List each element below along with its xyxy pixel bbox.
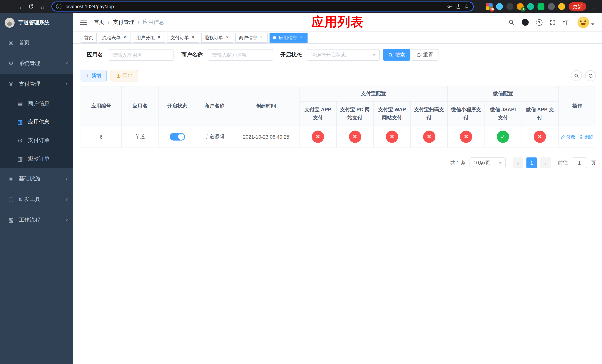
- sidebar-item-label: 退款订单: [28, 156, 49, 162]
- close-tab-icon[interactable]: ×: [122, 35, 128, 40]
- user-avatar-menu[interactable]: [577, 16, 594, 28]
- sidebar-item-devtools[interactable]: ▢ 研发工具 ∨: [0, 189, 73, 210]
- sidebar-item-system[interactable]: ⚙ 系统管理 ∨: [0, 53, 73, 74]
- search-button[interactable]: 搜索: [383, 49, 410, 61]
- status-icon: ×: [423, 130, 435, 143]
- extension-icon[interactable]: 1: [517, 3, 524, 10]
- sidebar-item-app-info[interactable]: ▦ 应用信息: [0, 113, 73, 131]
- add-button[interactable]: + 新增: [81, 70, 107, 81]
- github-icon[interactable]: [522, 19, 528, 26]
- goto-page-input[interactable]: [572, 157, 587, 168]
- search-icon[interactable]: [508, 19, 514, 25]
- avatar: [577, 16, 589, 28]
- cell-config: ×: [447, 126, 485, 147]
- extension-icon[interactable]: 10: [486, 3, 493, 10]
- status-icon: ×: [460, 130, 472, 143]
- address-bar[interactable]: i localhost:1024/pay/app ☆: [52, 1, 474, 11]
- col-header-status: 开启状态: [159, 86, 196, 126]
- font-size-icon[interactable]: TT: [563, 19, 569, 26]
- sidebar-item-label: 研发工具: [19, 196, 40, 203]
- page-size-select[interactable]: 10条/页: [470, 157, 506, 168]
- toggle-search-button[interactable]: [571, 70, 582, 81]
- browser-menu-icon[interactable]: ⋮: [590, 3, 598, 10]
- tab-pay-order[interactable]: 支付订单×: [167, 32, 199, 43]
- next-page-button[interactable]: ›: [540, 157, 551, 168]
- site-info-icon[interactable]: i: [56, 4, 62, 9]
- status-icon: ×: [534, 130, 546, 143]
- fullscreen-icon[interactable]: [550, 20, 555, 25]
- sub-header: 支付宝扫码支付: [411, 102, 447, 126]
- share-icon[interactable]: [456, 4, 461, 9]
- extension-icon[interactable]: [527, 3, 534, 10]
- bookmark-star-icon[interactable]: ☆: [464, 3, 469, 10]
- sidebar-logo[interactable]: 芋道管理系统: [0, 13, 73, 32]
- extension-icon[interactable]: [506, 3, 513, 10]
- sub-header: 支付宝 WAP 网站支付: [373, 102, 411, 126]
- app-title: 芋道管理系统: [19, 19, 50, 26]
- tab-process-form[interactable]: 流程表单×: [99, 32, 131, 43]
- export-button[interactable]: 导出: [110, 70, 138, 81]
- prev-page-button[interactable]: ‹: [513, 157, 523, 168]
- status-icon: ×: [349, 130, 361, 143]
- breadcrumb-item[interactable]: 支付管理: [113, 19, 134, 26]
- tags-view: 首页 流程表单× 用户分组× 支付订单× 退款订单× 商户信息× 应用信息×: [73, 32, 602, 44]
- extension-icon[interactable]: [548, 3, 555, 10]
- tab-home[interactable]: 首页: [81, 32, 97, 43]
- sidebar-item-merchant-info[interactable]: ▤ 商户信息: [0, 95, 73, 113]
- refresh-table-button[interactable]: [585, 70, 596, 81]
- hamburger-icon[interactable]: [79, 18, 88, 26]
- page-title: 应用列表: [311, 14, 364, 31]
- delete-button[interactable]: 删除: [579, 133, 594, 140]
- col-header-created: 创建时间: [233, 86, 299, 126]
- group-header-wechat: 微信配置: [447, 86, 558, 102]
- sidebar-item-refund-order[interactable]: ▥ 退款订单: [0, 150, 73, 168]
- home-button[interactable]: ⌂: [38, 1, 48, 11]
- status-icon: ×: [312, 130, 324, 143]
- close-tab-icon[interactable]: ×: [225, 35, 230, 40]
- extension-badge: 10: [490, 7, 495, 11]
- sidebar-item-pay-order[interactable]: ⊙ 支付订单: [0, 131, 73, 150]
- close-tab-icon[interactable]: ×: [259, 35, 264, 40]
- reload-icon: [28, 4, 34, 9]
- reset-button[interactable]: 重置: [411, 49, 438, 61]
- breadcrumb-separator: /: [138, 19, 139, 25]
- forward-button[interactable]: →: [15, 1, 25, 11]
- search-icon: [574, 73, 579, 78]
- breadcrumb-item[interactable]: 首页: [94, 19, 104, 26]
- close-tab-icon[interactable]: ×: [156, 35, 161, 40]
- cell-config: ×: [373, 126, 411, 147]
- reload-button[interactable]: [26, 1, 36, 11]
- chevron-down-icon: [591, 23, 594, 25]
- trash-icon: [579, 135, 583, 139]
- extension-icon[interactable]: [558, 3, 565, 10]
- pencil-icon: [561, 135, 565, 139]
- edit-button[interactable]: 修改: [561, 133, 576, 140]
- workflow-icon: ▧: [8, 217, 14, 224]
- extension-icon[interactable]: [496, 3, 503, 10]
- sidebar-item-workflow[interactable]: ▧ 工作流程 ∨: [0, 210, 73, 230]
- merchant-name-input[interactable]: [208, 49, 273, 61]
- enable-toggle[interactable]: [170, 133, 185, 140]
- refresh-icon: [416, 52, 421, 57]
- goto-label: 前往: [558, 160, 568, 166]
- sidebar-item-payment[interactable]: ¥ 支付管理 ∧: [0, 74, 73, 95]
- app-grid-icon: ▦: [17, 119, 23, 126]
- sub-header: 支付宝 APP 支付: [299, 102, 336, 126]
- extension-icon[interactable]: [538, 3, 544, 10]
- status-select[interactable]: 请选择开启状态: [307, 49, 380, 61]
- tab-refund-order[interactable]: 退款订单×: [201, 32, 233, 43]
- app-name-input[interactable]: [108, 49, 174, 61]
- sidebar-item-home[interactable]: ◉ 首页: [0, 32, 73, 53]
- url-text[interactable]: localhost:1024/pay/app: [64, 4, 443, 9]
- tab-merchant-info[interactable]: 商户信息×: [235, 32, 268, 43]
- sidebar-item-infra[interactable]: ▣ 基础设施 ∨: [0, 168, 73, 189]
- help-icon[interactable]: ?: [536, 19, 542, 26]
- tab-user-group[interactable]: 用户分组×: [133, 32, 165, 43]
- close-tab-icon[interactable]: ×: [299, 35, 304, 40]
- chrome-update-button[interactable]: 更新: [569, 2, 586, 11]
- page-number-current[interactable]: 1: [526, 157, 537, 168]
- back-button[interactable]: ←: [3, 1, 13, 11]
- close-tab-icon[interactable]: ×: [191, 35, 196, 40]
- tab-app-info[interactable]: 应用信息×: [269, 32, 308, 43]
- password-key-icon[interactable]: [447, 4, 452, 10]
